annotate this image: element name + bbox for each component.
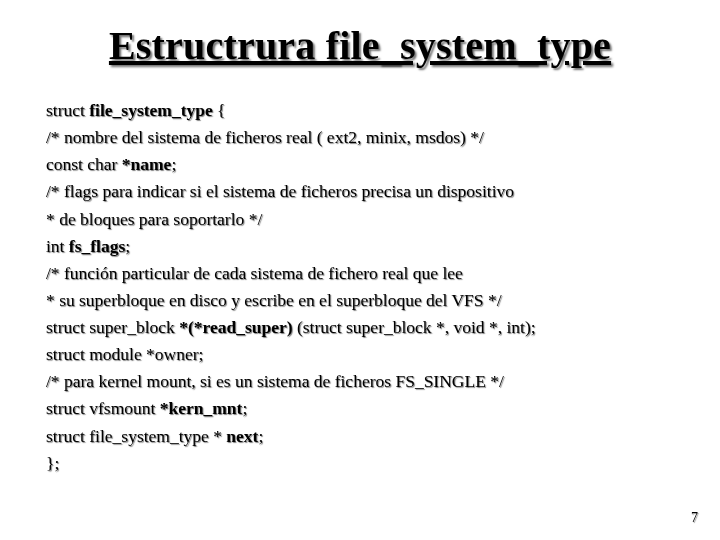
code-block: struct file_system_type { /* nombre del … [46, 97, 674, 477]
code-bold: *kern_mnt [160, 398, 243, 418]
code-line: * su superbloque en disco y escribe en e… [46, 287, 674, 314]
code-line: int fs_flags; [46, 233, 674, 260]
code-text: struct super_block [46, 317, 179, 337]
code-bold: *name [122, 154, 172, 174]
code-bold: fs_flags [69, 236, 125, 256]
code-line: struct vfsmount *kern_mnt; [46, 395, 674, 422]
code-line: }; [46, 450, 674, 477]
code-line: * de bloques para soportarlo */ [46, 206, 674, 233]
slide: Estructrura file_system_type struct file… [0, 0, 720, 540]
code-text: struct file_system_type * [46, 426, 226, 446]
code-text: (struct super_block *, void *, int); [293, 317, 536, 337]
code-line: /* flags para indicar si el sistema de f… [46, 178, 674, 205]
code-bold: file_system_type [89, 100, 212, 120]
code-text: ; [125, 236, 130, 256]
page-number: 7 [691, 510, 698, 526]
code-line: struct file_system_type { [46, 97, 674, 124]
code-text: ; [258, 426, 263, 446]
code-line: /* función particular de cada sistema de… [46, 260, 674, 287]
code-text: ; [171, 154, 176, 174]
code-text: const char [46, 154, 122, 174]
code-text: int [46, 236, 69, 256]
code-line: struct super_block *(*read_super) (struc… [46, 314, 674, 341]
code-text: struct [46, 100, 89, 120]
code-text: struct vfsmount [46, 398, 160, 418]
code-bold: next [226, 426, 258, 446]
code-line: const char *name; [46, 151, 674, 178]
code-text: ; [242, 398, 247, 418]
code-text: { [213, 100, 226, 120]
code-line: struct module *owner; [46, 341, 674, 368]
code-line: /* para kernel mount, si es un sistema d… [46, 368, 674, 395]
slide-title: Estructrura file_system_type [46, 22, 674, 69]
code-line: /* nombre del sistema de ficheros real (… [46, 124, 674, 151]
code-line: struct file_system_type * next; [46, 423, 674, 450]
code-bold: *(*read_super) [179, 317, 292, 337]
